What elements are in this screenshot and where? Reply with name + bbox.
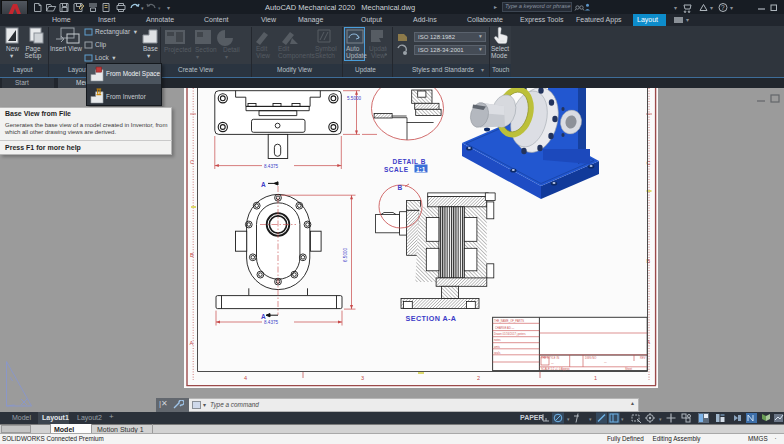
svg-text:amts: amts <box>494 345 500 349</box>
svg-text:B: B <box>398 184 403 191</box>
svg-text:▾: ▾ <box>167 5 170 11</box>
svg-text:—: — <box>551 362 554 365</box>
svg-text:8.4375: 8.4375 <box>264 320 278 325</box>
svg-text:SCALE 1:2 +/- 0 Approx: SCALE 1:2 +/- 0 Approx <box>541 367 570 371</box>
svg-text:▾: ▾ <box>158 5 161 11</box>
svg-text:A: A <box>190 340 194 346</box>
svg-text:▾: ▾ <box>196 54 199 60</box>
svg-text:A: A <box>261 313 266 320</box>
svg-text:▾: ▾ <box>589 416 592 422</box>
svg-text:Edit: Edit <box>256 45 267 52</box>
svg-text:?: ? <box>721 4 725 11</box>
svg-text:Detail: Detail <box>223 46 240 53</box>
svg-text:2: 2 <box>477 375 480 381</box>
svg-text:8.4375: 8.4375 <box>264 164 278 169</box>
svg-text:Section: Section <box>195 46 217 53</box>
svg-text:THE_NAME_OF_PARTS: THE_NAME_OF_PARTS <box>494 319 524 323</box>
svg-text:▾: ▾ <box>567 416 570 422</box>
svg-text:Projected: Projected <box>164 46 192 54</box>
svg-text:DETAIL B: DETAIL B <box>393 158 426 165</box>
svg-text:▾: ▾ <box>674 5 677 11</box>
svg-text:4: 4 <box>244 375 247 381</box>
svg-text:Auto: Auto <box>346 45 360 52</box>
svg-text:▾: ▾ <box>659 416 662 422</box>
svg-text:▾: ▾ <box>730 5 733 11</box>
svg-text:Update: Update <box>346 52 367 60</box>
svg-text:▾: ▾ <box>141 5 144 11</box>
svg-text:3: 3 <box>361 375 364 381</box>
svg-text:DWG NO: DWG NO <box>585 356 596 360</box>
svg-text:1:1: 1:1 <box>416 166 426 173</box>
svg-text:▸: ▸ <box>385 51 387 57</box>
svg-text:Sketch: Sketch <box>315 52 335 59</box>
svg-text:A: A <box>261 181 266 188</box>
svg-text:seals: seals <box>494 351 501 355</box>
svg-text:THE STYLE IN: THE STYLE IN <box>541 356 559 360</box>
svg-text:—: — <box>604 361 607 364</box>
svg-text:Drawn 01/16/2017 j.peters: Drawn 01/16/2017 j.peters <box>494 332 526 336</box>
svg-text:View: View <box>256 52 270 59</box>
svg-text:C: C <box>190 159 194 165</box>
svg-text:REV: REV <box>640 356 646 360</box>
svg-text:B: B <box>190 252 194 258</box>
svg-text:5.5000: 5.5000 <box>347 96 361 101</box>
svg-text:SCALE: SCALE <box>384 166 409 173</box>
svg-text:SECTION A-A: SECTION A-A <box>406 314 457 323</box>
svg-text:Edit: Edit <box>278 45 289 52</box>
svg-text:▾: ▾ <box>621 416 624 422</box>
svg-text:CHARGE AD —: CHARGE AD — <box>495 326 515 330</box>
svg-text:1: 1 <box>594 375 597 381</box>
svg-text:notes: notes <box>494 338 501 342</box>
svg-text:▾: ▾ <box>710 5 713 11</box>
svg-text:Components: Components <box>278 52 316 60</box>
svg-text:6.5000: 6.5000 <box>343 248 348 262</box>
svg-text:Sheet: Sheet <box>625 367 632 371</box>
svg-text:View: View <box>371 52 385 59</box>
svg-text:▾: ▾ <box>225 54 228 60</box>
